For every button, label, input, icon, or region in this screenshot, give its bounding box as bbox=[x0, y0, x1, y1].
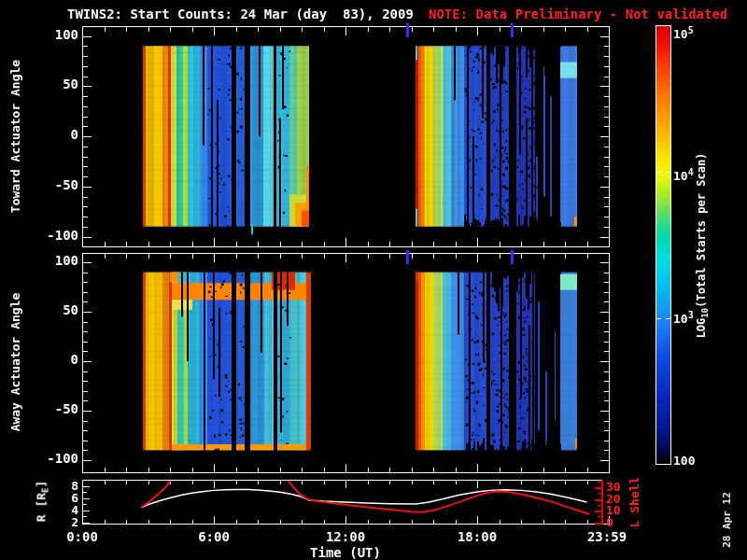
toward-ytick--50: -50 bbox=[41, 178, 78, 192]
colorbar-tick-1e4-exp: 4 bbox=[688, 167, 694, 177]
time-tick-600: 6:00 bbox=[198, 530, 230, 544]
lshell-tick-0: 0 bbox=[606, 516, 613, 529]
time-tick-1200: 12:00 bbox=[326, 530, 365, 544]
away-ytick-0: 0 bbox=[41, 353, 78, 367]
lshell-axis-label: L Shell bbox=[627, 477, 641, 528]
colorbar-tick-1e3-exp: 3 bbox=[688, 310, 694, 320]
time-tick-000: 0:00 bbox=[66, 530, 98, 544]
away-ytick-100: 100 bbox=[41, 254, 78, 268]
colorbar-tick-1e4: 104 bbox=[673, 168, 694, 183]
twins2-start-counts-plot: TWINS2: Start Counts: 24 Mar (day 83), 2… bbox=[0, 0, 747, 560]
colorbar-label-subscript: 10 bbox=[700, 308, 710, 318]
plot-title: TWINS2: Start Counts: 24 Mar (day 83), 2… bbox=[67, 7, 414, 21]
toward-ytick--100: -100 bbox=[41, 229, 78, 243]
away-ytick--50: -50 bbox=[41, 402, 78, 416]
toward-ytick-100: 100 bbox=[41, 28, 78, 42]
colorbar-tick-1e4-base: 10 bbox=[673, 169, 688, 183]
colorbar-tick-1e3: 103 bbox=[673, 311, 694, 326]
r-axis-label: R [RE] bbox=[35, 481, 50, 523]
away-axis-label: Away Actuator Angle bbox=[8, 293, 22, 432]
colorbar-label-units: (Total Starts per Scan) bbox=[695, 153, 708, 308]
r-axis-label-text: R [R bbox=[35, 493, 49, 522]
colorbar-label-log: LOG bbox=[695, 318, 708, 339]
colorbar-tick-1e3-base: 10 bbox=[673, 312, 688, 326]
r-axis-label-subscript: E bbox=[41, 488, 50, 493]
r-tick-2: 2 bbox=[56, 516, 78, 529]
away-ytick-50: 50 bbox=[41, 303, 78, 317]
r-axis-label-bracket: ] bbox=[35, 481, 49, 488]
away-ytick--100: -100 bbox=[41, 452, 78, 466]
toward-ytick-50: 50 bbox=[41, 77, 78, 91]
time-axis-label: Time (UT) bbox=[310, 546, 381, 560]
toward-axis-label: Toward Actuator Angle bbox=[8, 60, 22, 213]
toward-ytick-0: 0 bbox=[41, 128, 78, 142]
plot-timestamp: 28 Apr 12 bbox=[721, 492, 733, 548]
time-tick-2359: 23:59 bbox=[587, 530, 627, 544]
preliminary-note: NOTE: Data Preliminary - Not validated bbox=[429, 7, 727, 21]
colorbar-tick-1e5-exp: 5 bbox=[688, 25, 694, 35]
colorbar-tick-1e5: 105 bbox=[673, 26, 694, 41]
colorbar-tick-1e5-base: 10 bbox=[673, 27, 688, 41]
colorbar-tick-100: 100 bbox=[673, 455, 695, 468]
time-tick-1800: 18:00 bbox=[458, 530, 497, 544]
colorbar-label: LOG10(Total Starts per Scan) bbox=[695, 153, 710, 339]
